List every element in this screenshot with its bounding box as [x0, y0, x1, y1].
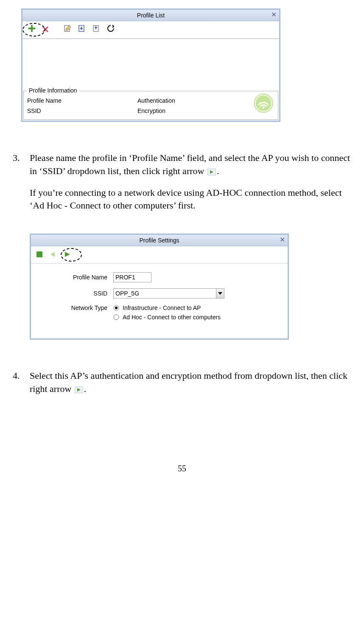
label-profile-name: Profile Name: [27, 96, 137, 106]
close-icon[interactable]: ✕: [271, 11, 277, 19]
svg-point-11: [115, 307, 118, 309]
step-4: 4. Select this AP’s authentication and e…: [13, 369, 351, 396]
profile-list-window: Profile List ✕ Profile Information Profi…: [21, 8, 280, 122]
highlight-circle: [22, 23, 45, 37]
label-profile-name: Profile Name: [39, 274, 113, 281]
step-number: 4.: [13, 369, 30, 396]
edit-icon[interactable]: [63, 24, 72, 35]
window-title: Profile List: [137, 12, 165, 19]
highlight-circle: [61, 248, 82, 262]
export-icon[interactable]: [92, 24, 101, 35]
svg-point-12: [114, 315, 119, 320]
step3-text-2: If you’re connecting to a network device…: [30, 186, 351, 213]
label-ssid: SSID: [27, 106, 137, 116]
svg-rect-9: [36, 251, 42, 257]
label-encryption: Encryption: [137, 106, 165, 116]
titlebar: Profile Settings ✕: [31, 235, 288, 246]
profile-list-area: [22, 39, 279, 90]
stop-icon[interactable]: [36, 249, 43, 260]
svg-point-7: [263, 107, 265, 109]
wifi-status-icon: [254, 93, 273, 115]
page-number: 55: [13, 464, 351, 473]
chevron-down-icon[interactable]: [216, 289, 224, 298]
titlebar: Profile List ✕: [22, 10, 279, 21]
step4-text-1b: .: [84, 383, 87, 394]
label-authentication: Authentication: [137, 96, 175, 106]
label-network-type: Network Type: [39, 304, 113, 311]
toolbar: [22, 21, 279, 39]
form-area: Profile Name SSID OPP_5G Network Type In…: [31, 264, 288, 338]
window-title: Profile Settings: [139, 237, 179, 244]
profile-info-fieldset: Profile Information Profile Name Authent…: [23, 91, 278, 120]
radio-label: Ad Hoc - Connect to other computers: [123, 314, 221, 321]
profile-name-input[interactable]: [113, 272, 151, 282]
close-icon[interactable]: ✕: [280, 236, 285, 244]
ssid-value: OPP_5G: [114, 290, 216, 297]
radio-adhoc[interactable]: Ad Hoc - Connect to other computers: [113, 314, 221, 321]
right-arrow-icon: [207, 169, 216, 175]
radio-infrastructure[interactable]: Infrastructure - Connect to AP: [113, 304, 201, 311]
refresh-icon[interactable]: [106, 24, 115, 35]
label-ssid: SSID: [39, 290, 113, 297]
step-number: 3.: [13, 152, 30, 212]
profile-settings-window: Profile Settings ✕ Profile Name SSID OPP…: [30, 234, 289, 340]
step-3: 3. Please name the profile in ‘Profile N…: [13, 152, 351, 212]
step3-text-1: Please name the profile in ‘Profile Name…: [30, 152, 350, 176]
right-arrow-icon: [75, 386, 83, 393]
import-icon[interactable]: [78, 24, 86, 35]
step3-text-1b: .: [217, 166, 219, 176]
back-arrow-icon[interactable]: [49, 249, 57, 260]
ssid-dropdown[interactable]: OPP_5G: [113, 288, 224, 299]
radio-label: Infrastructure - Connect to AP: [123, 304, 201, 311]
toolbar: [31, 246, 288, 264]
fieldset-legend: Profile Information: [27, 87, 79, 94]
